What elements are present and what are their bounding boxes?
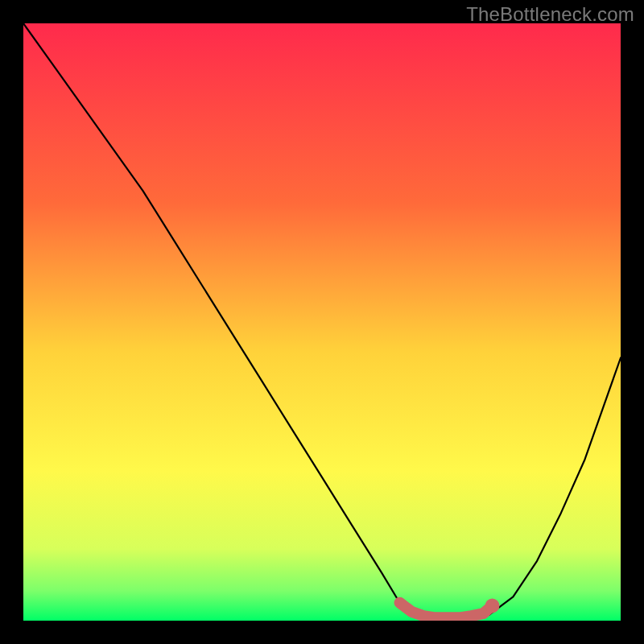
attribution-label: TheBottleneck.com bbox=[466, 3, 634, 26]
optimal-range-end-dot bbox=[485, 599, 500, 613]
plot-area bbox=[23, 23, 621, 621]
chart-frame: TheBottleneck.com bbox=[0, 0, 644, 644]
gradient-background bbox=[23, 23, 621, 621]
chart-svg bbox=[23, 23, 621, 621]
